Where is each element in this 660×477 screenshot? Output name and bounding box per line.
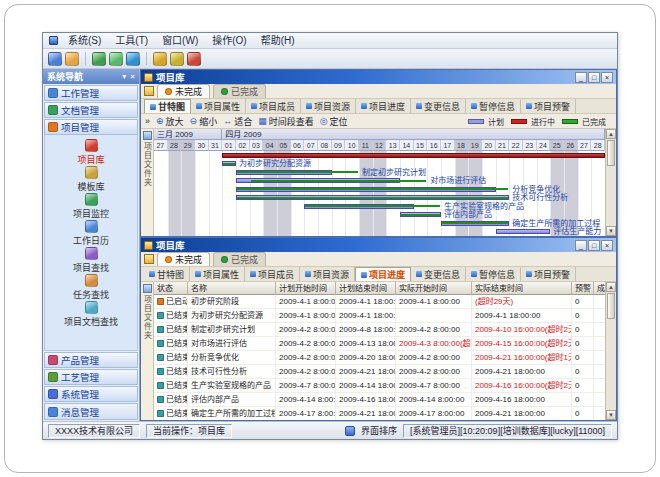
table-row[interactable]: 已结束对市场进行评估2009-4-2 8:00:002009-4-13 18:0…: [154, 337, 605, 351]
column-header[interactable]: 实际开始时间: [396, 282, 472, 295]
side-strip[interactable]: 项目文件夹: [141, 129, 154, 236]
table-row[interactable]: 已结束技术可行性分析2009-4-2 8:00:002009-4-21 18:0…: [154, 365, 605, 379]
tab[interactable]: 项目成员: [246, 99, 301, 113]
window-titlebar[interactable]: 项目库 _ □ ×: [141, 238, 616, 252]
tab[interactable]: 变更信息: [411, 267, 466, 281]
sidebar-section[interactable]: 工作管理: [44, 85, 138, 101]
menu-item[interactable]: 帮助(H): [254, 33, 302, 48]
sidebar-section[interactable]: 文档管理: [44, 102, 138, 118]
tab[interactable]: 甘特图: [144, 267, 190, 281]
zoom-in-button[interactable]: ⊕放大: [156, 115, 184, 128]
filter-tab[interactable]: 未完成: [157, 252, 210, 266]
window-titlebar[interactable]: 项目库 _ □ ×: [141, 70, 616, 84]
sidebar-section[interactable]: 项目管理: [44, 119, 138, 135]
locate-button[interactable]: ◎定位: [320, 115, 348, 128]
scroll-down-icon[interactable]: ▼: [606, 226, 616, 236]
grid-line: [359, 151, 360, 236]
lock-icon[interactable]: [153, 52, 167, 66]
tab[interactable]: 项目资源: [300, 267, 355, 281]
chevron-down-icon[interactable]: ▾: [122, 72, 126, 81]
menu-item[interactable]: 窗口(W): [155, 33, 205, 48]
sidebar-section[interactable]: 工艺管理: [44, 369, 138, 385]
forward-icon[interactable]: [109, 52, 123, 66]
column-header[interactable]: 计划结束时间: [336, 282, 396, 295]
column-header[interactable]: 计划开始时间: [276, 282, 336, 295]
sidebar-section[interactable]: 系统管理: [44, 386, 138, 402]
exit-icon[interactable]: [187, 52, 201, 66]
table-row[interactable]: 已结束确定生产所需的加工过程2009-4-17 8:00:002009-4-21…: [154, 407, 605, 420]
column-header[interactable]: 实际结束时间: [472, 282, 572, 295]
minimize-button[interactable]: _: [575, 240, 587, 251]
refresh-icon[interactable]: [126, 52, 140, 66]
menu-item[interactable]: 系统(S): [61, 33, 108, 48]
close-button[interactable]: ×: [601, 72, 613, 83]
tab[interactable]: 甘特图: [144, 99, 191, 113]
table-row[interactable]: 已结束分析竞争优化2009-4-2 8:00:002009-4-20 18:00…: [154, 351, 605, 365]
back-icon[interactable]: [92, 52, 106, 66]
layout-icon[interactable]: [345, 426, 355, 436]
scroll-up-icon[interactable]: ▲: [606, 129, 616, 139]
filter-tab[interactable]: 已完成: [213, 84, 266, 98]
close-icon[interactable]: ×: [130, 72, 135, 81]
table-row[interactable]: 已结束评估内部产品2009-4-14 8:00:002009-4-16 18:0…: [154, 393, 605, 407]
filter-tab[interactable]: 未完成: [157, 84, 210, 98]
maximize-button[interactable]: □: [588, 240, 600, 251]
sidebar-section[interactable]: 产品管理: [44, 352, 138, 368]
minimize-button[interactable]: _: [575, 72, 587, 83]
sidebar-item[interactable]: 项目监控: [45, 193, 137, 220]
vertical-scrollbar[interactable]: ▲ ▼: [605, 129, 616, 236]
sidebar-item[interactable]: 项目文档查找: [45, 301, 137, 328]
sidebar-item[interactable]: 工作日历: [45, 220, 137, 247]
scroll-thumb[interactable]: [607, 293, 615, 319]
menu-item[interactable]: 工具(T): [108, 33, 155, 48]
scroll-up-icon[interactable]: ▲: [606, 282, 616, 292]
tab[interactable]: 项目属性: [191, 99, 246, 113]
gantt-plan-bar[interactable]: [496, 229, 551, 234]
side-strip[interactable]: 项目文件夹: [141, 282, 154, 420]
tab[interactable]: 项目预警: [521, 267, 576, 281]
scroll-down-icon[interactable]: ▼: [606, 410, 616, 420]
tab[interactable]: 项目进度: [355, 267, 411, 281]
tab-label: 项目属性: [203, 268, 239, 281]
sidebar-footer-messages[interactable]: 消息管理: [44, 403, 138, 420]
tab[interactable]: 项目预警: [521, 99, 576, 113]
tab[interactable]: 暂停信息: [466, 267, 521, 281]
tab[interactable]: 项目进度: [356, 99, 411, 113]
sidebar-item[interactable]: 项目查找: [45, 247, 137, 274]
fit-button[interactable]: ↔适合: [223, 115, 252, 128]
export-icon[interactable]: [65, 52, 79, 66]
time-range-button[interactable]: ▦时间段查看: [258, 115, 314, 128]
save-icon[interactable]: [48, 52, 62, 66]
sidebar-item[interactable]: 模板库: [45, 166, 137, 193]
column-header[interactable]: 成本: [594, 282, 605, 295]
maximize-button[interactable]: □: [588, 72, 600, 83]
column-header[interactable]: 预警: [572, 282, 594, 295]
table-row[interactable]: 已结束生产实验室规格的产品2009-4-7 8:00:002009-4-14 1…: [154, 379, 605, 393]
sort-label[interactable]: 界面排序: [361, 424, 397, 437]
column-header[interactable]: 状态: [154, 282, 188, 295]
table-row[interactable]: 已结束制定初步研究计划2009-4-2 8:00:002009-4-8 18:0…: [154, 323, 605, 337]
gantt-summary-bar[interactable]: [222, 153, 605, 158]
tab[interactable]: 项目属性: [190, 267, 245, 281]
current-operation-value: 项目库: [198, 426, 225, 436]
sidebar-item[interactable]: 任务查找: [45, 274, 137, 301]
toolbar-grip-icon[interactable]: »: [145, 116, 150, 126]
key-icon[interactable]: [170, 52, 184, 66]
table-cell: 0: [572, 407, 594, 420]
column-header[interactable]: 名称: [188, 282, 276, 295]
filter-tab[interactable]: 已完成: [213, 252, 266, 266]
sidebar-item[interactable]: 项目库: [45, 139, 137, 166]
table-row[interactable]: 已结束为初步研究分配资源2009-4-1 8:00:002009-4-1 18:…: [154, 309, 605, 323]
tab[interactable]: 变更信息: [411, 99, 466, 113]
tab[interactable]: 暂停信息: [466, 99, 521, 113]
scroll-thumb[interactable]: [607, 140, 615, 166]
tab[interactable]: 项目资源: [301, 99, 356, 113]
close-button[interactable]: ×: [601, 240, 613, 251]
vertical-scrollbar[interactable]: ▲ ▼: [605, 282, 616, 420]
section-label: 项目管理: [61, 120, 99, 134]
table-row[interactable]: 已启动初步研究阶段2009-4-1 8:00:002009-4-1 18:00:…: [154, 295, 605, 309]
table-cell: 0: [572, 295, 594, 309]
tab[interactable]: 项目成员: [245, 267, 300, 281]
zoom-out-button[interactable]: ⊖缩小: [190, 115, 218, 128]
menu-item[interactable]: 操作(O): [205, 33, 253, 48]
